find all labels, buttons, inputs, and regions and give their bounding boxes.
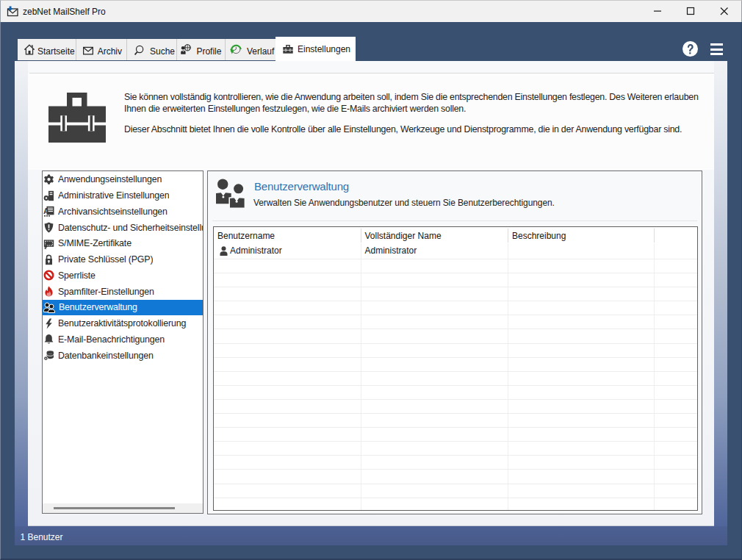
svg-text:A: A [43,207,49,215]
